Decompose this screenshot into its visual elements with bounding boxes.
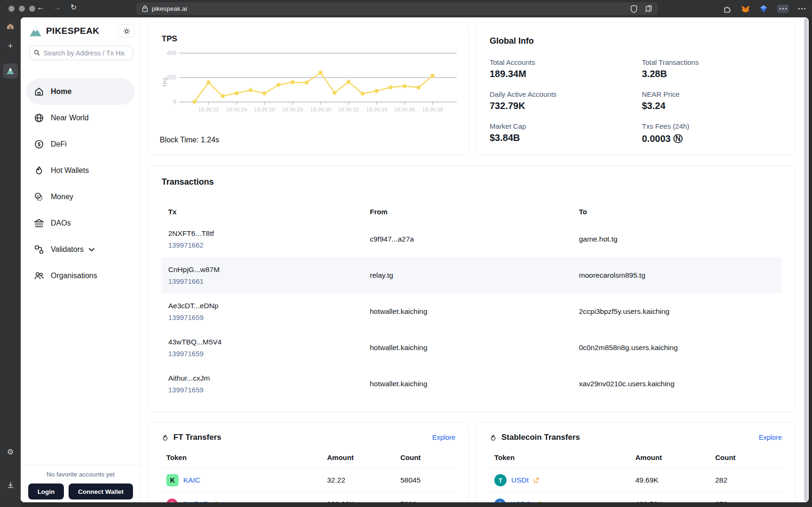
sidebar-item-organisations[interactable]: Organisations — [21, 263, 141, 289]
table-row[interactable]: Aithur...cxJm139971659 hotwallet.kaichin… — [162, 366, 782, 402]
sidebar-item-money[interactable]: 1 Money — [21, 184, 141, 210]
sidebar-item-hot-wallets[interactable]: Hot Wallets — [21, 157, 141, 184]
block-link[interactable]: 139971659 — [162, 350, 370, 358]
tps-card: TPS 0200400TPS19:35:2219:35:2419:35:2619… — [148, 22, 469, 155]
sidebar-item-daos[interactable]: DAOs — [21, 210, 141, 236]
metamask-fox-icon[interactable] — [741, 5, 750, 13]
sidebar-item-validators[interactable]: Validators — [21, 236, 141, 263]
stablecoin-transfers-title: Stablecoin Transfers — [501, 433, 580, 442]
traffic-light-close[interactable] — [8, 6, 15, 12]
ft-header-row: Token Amount Count — [162, 447, 455, 468]
table-row[interactable]: 43wTBQ...M5V4139971659 hotwallet.kaichin… — [162, 329, 782, 366]
block-link[interactable]: 139971659 — [162, 386, 370, 394]
sidebar-item-label: Validators — [51, 245, 84, 254]
bank-icon — [34, 218, 44, 228]
list-item[interactable]: K KAIC 32.22 58045 — [162, 468, 455, 492]
stablecoin-explore-link[interactable]: Explore — [759, 434, 782, 441]
transactions-table: Tx From To 2NXFT6...T8tf139971662 c9f947… — [162, 202, 782, 402]
svg-text:19:35:28: 19:35:28 — [282, 107, 303, 112]
pikespeak-logo-icon — [29, 25, 42, 37]
extensions-group-icon[interactable] — [777, 5, 789, 13]
usdt-token-icon: T — [494, 474, 507, 486]
people-icon — [34, 271, 44, 281]
overflow-menu-icon[interactable] — [798, 8, 805, 9]
forward-icon[interactable]: → — [54, 3, 62, 12]
nodes-icon — [34, 244, 44, 255]
shield-icon[interactable] — [630, 5, 638, 13]
settings-gear-icon[interactable]: ⚙ — [0, 447, 21, 456]
svg-text:19:35:36: 19:35:36 — [394, 107, 415, 112]
app-sidebar: PIKESPEAK Home Near World — [21, 17, 141, 502]
token-link[interactable]: USDt — [511, 476, 529, 484]
pikespeak-favicon[interactable] — [3, 63, 18, 78]
new-tab-plus-icon[interactable]: + — [0, 41, 21, 51]
stat-total-transactions: Total Transactions3.28B — [642, 58, 782, 79]
svg-text:1: 1 — [37, 194, 39, 198]
main-content: TPS 0200400TPS19:35:2219:35:2419:35:2619… — [141, 17, 809, 502]
download-icon[interactable] — [0, 482, 21, 491]
block-link[interactable]: 139971662 — [162, 241, 370, 249]
extensions-puzzle-icon[interactable] — [723, 5, 731, 13]
login-button[interactable]: Login — [28, 484, 64, 499]
sun-icon — [123, 28, 130, 35]
ft-explore-link[interactable]: Explore — [432, 434, 455, 441]
svg-text:400: 400 — [167, 50, 176, 56]
svg-text:$: $ — [38, 141, 40, 147]
svg-text:19:35:24: 19:35:24 — [226, 107, 247, 112]
coins-icon: 1 — [34, 192, 44, 202]
reload-icon[interactable]: ↻ — [70, 3, 77, 12]
sidebar-item-label: Hot Wallets — [51, 166, 89, 175]
back-icon[interactable]: ← — [37, 3, 45, 12]
transactions-header-row: Tx From To — [162, 202, 782, 221]
url-text: pikespeak.ai — [152, 5, 187, 12]
list-item[interactable]: $ USDC 408.78K 858 — [490, 492, 782, 502]
url-bar[interactable]: pikespeak.ai — [136, 2, 658, 15]
page-scrollbar[interactable] — [804, 18, 808, 501]
global-info-title: Global Info — [490, 36, 782, 46]
sidebar-item-label: Near World — [51, 114, 89, 122]
transactions-card: Transactions Tx From To 2NXFT6...T8tf139… — [148, 165, 796, 413]
global-info-card: Global Info Total Accounts189.34M Total … — [476, 22, 796, 155]
sidebar-item-label: DAOs — [51, 219, 71, 227]
globe-icon — [34, 113, 44, 123]
sidebar-item-defi[interactable]: $ DeFi — [21, 131, 141, 157]
block-link[interactable]: 139971659 — [162, 313, 370, 321]
browser-tab-strip: + ⚙ — [0, 17, 21, 507]
table-row[interactable]: Ae3cDT...eDNp139971659 hotwallet.kaichin… — [162, 293, 782, 329]
sidebar-item-label: DeFi — [51, 140, 67, 148]
list-item[interactable]: T USDt 49.69K 282 — [490, 468, 782, 492]
table-row[interactable]: 2NXFT6...T8tf139971662 c9f947...a27agame… — [162, 221, 782, 257]
search-input-wrapper — [29, 46, 133, 60]
kaic-token-icon: K — [166, 474, 179, 486]
traffic-light-zoom[interactable] — [29, 6, 35, 12]
token-link[interactable]: USDC — [510, 500, 531, 502]
table-row[interactable]: CnHpjG...w87M139971661 relay.tgmoorecaro… — [162, 257, 782, 293]
home-icon[interactable] — [0, 23, 21, 31]
bookmark-icon[interactable] — [644, 5, 652, 13]
connect-wallet-button[interactable]: Connect Wallet — [69, 484, 133, 499]
theme-toggle-button[interactable] — [118, 24, 135, 38]
block-link[interactable]: 139971661 — [162, 277, 370, 285]
sidebar-item-home[interactable]: Home — [26, 78, 135, 105]
app-logo-text: PIKESPEAK — [46, 26, 99, 36]
col-header-tx: Tx — [162, 208, 370, 216]
flame-icon — [34, 165, 44, 176]
svg-text:19:35:32: 19:35:32 — [338, 107, 359, 112]
stat-daily-active-accounts: Daily Active Accounts732.79K — [490, 90, 642, 111]
svg-text:0: 0 — [173, 99, 176, 105]
transactions-title: Transactions — [162, 177, 782, 187]
tps-chart: 0200400TPS19:35:2219:35:2419:35:2619:35:… — [162, 46, 457, 117]
chevron-down-icon — [88, 248, 95, 252]
svg-text:19:35:22: 19:35:22 — [198, 107, 219, 112]
list-item[interactable]: S SWEAT 202.02K 7092 — [162, 492, 455, 502]
browser-topbar: ← → ↻ pikespeak.ai — [0, 0, 812, 17]
sidebar-item-label: Organisations — [51, 272, 97, 280]
token-link[interactable]: SWEAT — [182, 500, 208, 502]
dollar-circle-icon: $ — [34, 139, 44, 149]
traffic-light-minimize[interactable] — [19, 6, 25, 12]
token-link[interactable]: KAIC — [183, 476, 200, 484]
search-input[interactable] — [43, 49, 128, 57]
col-header-from: From — [370, 208, 579, 216]
wallet-diamond-icon[interactable] — [760, 5, 767, 13]
sidebar-item-near-world[interactable]: Near World — [21, 105, 141, 131]
